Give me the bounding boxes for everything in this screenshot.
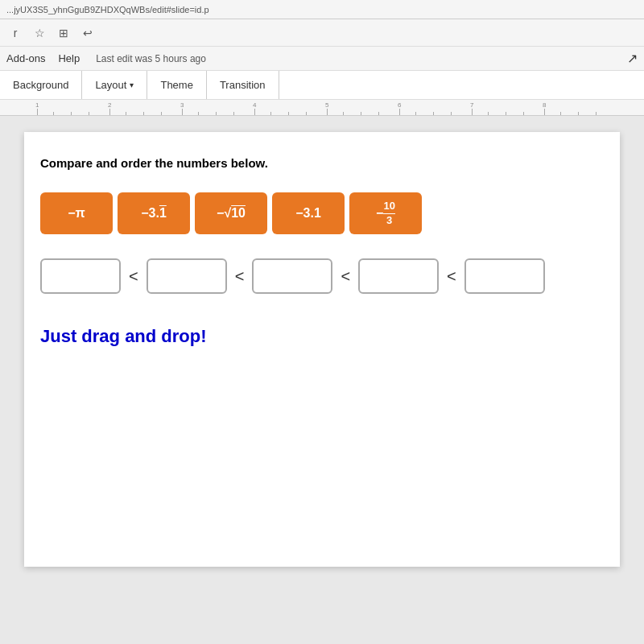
answer-box-2[interactable] <box>147 258 227 294</box>
last-edit-text: Last edit was 5 hours ago <box>96 53 206 64</box>
slide-title: Compare and order the numbers below. <box>40 156 596 170</box>
ruler-mark-2: 2 <box>108 101 111 115</box>
ruler-mark-6: 6 <box>398 101 401 115</box>
answer-row: < < < < <box>40 258 596 294</box>
ruler-subtick <box>578 112 579 115</box>
ruler-subtick <box>143 112 144 115</box>
tab-transition[interactable]: Transition <box>207 71 279 99</box>
tile-frac[interactable]: − 10 3 <box>349 192 422 234</box>
menu-help[interactable]: Help <box>58 52 80 64</box>
tile-pi[interactable]: −π <box>40 192 113 234</box>
ruler-subtick <box>198 112 199 115</box>
slide-toolbar: Background Layout Theme Transition <box>0 71 644 100</box>
ruler-subtick <box>233 112 234 115</box>
ruler-subtick <box>415 112 416 115</box>
tiles-row: −π −3.1 −√10 −3.1 − 10 3 <box>40 192 596 234</box>
ruler-mark-4: 4 <box>253 101 256 115</box>
tab-background[interactable]: Background <box>0 71 82 99</box>
tab-layout[interactable]: Layout <box>82 71 147 99</box>
url-bar: ...jyUX3S5_yhnGguB9ZHDXQqWBs/edit#slide=… <box>0 0 644 19</box>
ruler-subtick <box>451 112 452 115</box>
ruler-marks: 12345678 <box>3 100 644 115</box>
menu-bar: Add-ons Help Last edit was 5 hours ago ↗ <box>0 47 644 71</box>
ruler-subtick <box>126 112 126 115</box>
ruler-mark-8: 8 <box>543 101 546 115</box>
less-than-1: < <box>129 267 138 286</box>
back-icon[interactable]: r <box>6 24 24 42</box>
fraction-denominator: 3 <box>386 214 392 226</box>
fraction-numerator: 10 <box>383 200 394 213</box>
tile-31[interactable]: −3.1 <box>272 192 345 234</box>
ruler-subtick <box>523 112 524 115</box>
tile-sqrt10[interactable]: −√10 <box>195 192 267 234</box>
tile-31bar[interactable]: −3.1 <box>118 192 190 234</box>
ruler-subtick <box>89 112 89 115</box>
drag-drop-text: Just drag and drop! <box>40 326 596 347</box>
ruler-subtick <box>361 112 361 115</box>
less-than-2: < <box>235 267 245 286</box>
answer-box-3[interactable] <box>252 258 332 294</box>
less-than-4: < <box>447 267 456 286</box>
ruler-subtick <box>71 112 72 115</box>
slide-area: Compare and order the numbers below. −π … <box>0 116 644 644</box>
ruler-subtick <box>378 112 379 115</box>
answer-box-4[interactable] <box>358 258 439 294</box>
ruler-mark-7: 7 <box>470 101 473 115</box>
ruler-mark-3: 3 <box>180 101 184 115</box>
ruler-mark-5: 5 <box>325 101 328 115</box>
answer-box-1[interactable] <box>40 258 121 294</box>
ruler-subtick <box>306 112 307 115</box>
answer-box-5[interactable] <box>464 258 545 294</box>
trend-icon: ↗ <box>627 51 638 66</box>
star-icon[interactable]: ☆ <box>31 24 48 42</box>
ruler-subtick <box>343 112 344 115</box>
ruler-subtick <box>216 112 217 115</box>
ruler-subtick <box>488 112 489 115</box>
refresh-icon[interactable]: ↩ <box>79 24 97 42</box>
less-than-3: < <box>341 267 350 286</box>
ruler-subtick <box>506 112 506 115</box>
ruler-subtick <box>433 112 434 115</box>
menu-addons[interactable]: Add-ons <box>6 52 45 64</box>
url-text: ...jyUX3S5_yhnGguB9ZHDXQqWBs/edit#slide=… <box>6 5 209 14</box>
ruler: 12345678 <box>0 100 644 116</box>
tab-theme[interactable]: Theme <box>147 71 206 99</box>
slide-canvas: Compare and order the numbers below. −π … <box>24 132 620 567</box>
toolbar-icons-row: r ☆ ⊞ ↩ <box>0 19 644 47</box>
ruler-subtick <box>560 112 561 115</box>
ruler-subtick <box>53 112 54 115</box>
ruler-subtick <box>596 112 597 115</box>
ruler-mark-1: 1 <box>35 101 39 115</box>
present-icon[interactable]: ⊞ <box>55 24 72 42</box>
ruler-subtick <box>288 112 289 115</box>
ruler-subtick <box>161 112 162 115</box>
ruler-subtick <box>270 112 271 115</box>
